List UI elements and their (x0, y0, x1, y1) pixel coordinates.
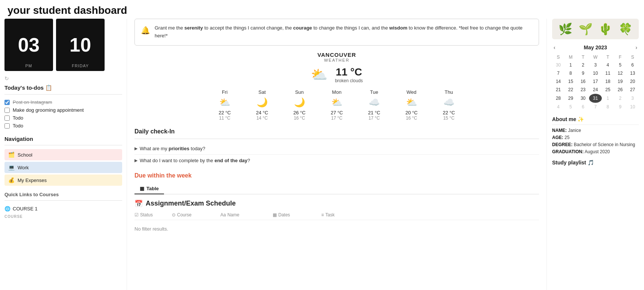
cal-day[interactable]: 30 (577, 94, 589, 103)
todo-item: Todo (4, 114, 122, 122)
about-me-section: About me ✨ NAME: JaniceAGE: 25DEGREE: Ba… (552, 116, 639, 154)
plant-3: 🍀 (619, 22, 632, 36)
checkin-text-1: What are my priorities today? (140, 146, 205, 151)
checkin-divider (134, 139, 539, 139)
checkin-arrow-1: ▶ (134, 146, 137, 151)
cal-day[interactable]: 20 (626, 77, 639, 86)
cal-day[interactable]: 3 (626, 94, 639, 103)
about-graduation: GRADUATION: August 2020 (552, 149, 639, 154)
nav-icon-expenses: 💰 (8, 177, 15, 183)
forecast-low: 11 °C (219, 115, 230, 121)
clock-period: PM (25, 64, 32, 68)
todo-item: Make dog grooming appointment (4, 106, 122, 114)
cal-day[interactable]: 28 (552, 94, 564, 103)
forecast-fri: Fri ⛅ 22 °C 11 °C (206, 89, 244, 121)
cal-day-header-T: T (602, 53, 614, 61)
cal-day[interactable]: 23 (577, 86, 589, 94)
nav-icon-work: 💻 (8, 164, 15, 170)
clock-minutes-value: 10 (69, 34, 91, 56)
cal-day[interactable]: 29 (564, 94, 577, 103)
cal-day[interactable]: 3 (589, 61, 601, 69)
cal-day[interactable]: 7 (552, 69, 564, 77)
cal-day[interactable]: 15 (564, 77, 577, 86)
cal-day[interactable]: 25 (602, 86, 614, 94)
cal-day[interactable]: 17 (589, 77, 601, 86)
cal-day[interactable]: 16 (577, 77, 589, 86)
forecast-high: 27 °C (331, 110, 343, 115)
todo-checkbox[interactable] (4, 123, 10, 129)
course-link-1[interactable]: 🌐COURSE 1 (4, 204, 122, 213)
cal-day[interactable]: 4 (602, 61, 614, 69)
tab-table[interactable]: ▦ Table (134, 183, 164, 194)
cal-day[interactable]: 7 (589, 103, 601, 111)
cal-day[interactable]: 10 (589, 69, 601, 77)
cal-day-header-W: W (589, 53, 601, 61)
navigation-section: 🗂️School💻Work💰My Expenses (4, 149, 122, 187)
todo-checkbox[interactable] (4, 100, 10, 105)
cal-day[interactable]: 19 (614, 77, 626, 86)
cal-day[interactable]: 30 (552, 61, 564, 69)
cal-day[interactable]: 4 (552, 103, 564, 111)
cal-day[interactable]: 2 (614, 94, 626, 103)
cal-day[interactable]: 31 (589, 94, 601, 103)
weather-current: ⛅ 11 °C broken clouds (134, 66, 539, 83)
schedule-header: 📅 Assignment/Exam Schedule (134, 200, 539, 208)
clock-minutes: 10 FRIDAY (56, 19, 105, 71)
cal-day[interactable]: 8 (564, 69, 577, 77)
checkin-item-2[interactable]: ▶ What do I want to complete by the end … (134, 154, 539, 166)
cal-day[interactable]: 14 (552, 77, 564, 86)
due-section: Due within the week ▦ Table 📅 Assignment… (134, 172, 539, 235)
cal-day-header-S: S (626, 53, 639, 61)
todo-item: Todo (4, 122, 122, 130)
nav-item-work[interactable]: 💻Work (4, 162, 122, 173)
nav-divider (4, 145, 122, 145)
cal-day[interactable]: 5 (564, 103, 577, 111)
forecast-high: 24 °C (256, 110, 268, 115)
cal-day[interactable]: 22 (564, 86, 577, 94)
tab-table-label: Table (146, 186, 159, 191)
cal-day[interactable]: 13 (626, 69, 639, 77)
cal-day[interactable]: 11 (602, 69, 614, 77)
todo-text: Todo (13, 123, 23, 129)
loading-indicator: ↻ (4, 75, 122, 81)
todo-checkbox[interactable] (4, 108, 10, 113)
forecast-sat: Sat 🌙 24 °C 14 °C (244, 89, 281, 121)
quick-links-divider (4, 200, 122, 201)
cal-day[interactable]: 27 (626, 86, 639, 94)
plant-1: 🌱 (579, 22, 592, 36)
nav-item-expenses[interactable]: 💰My Expenses (4, 175, 122, 186)
nav-item-school[interactable]: 🗂️School (4, 149, 122, 160)
cal-day[interactable]: 24 (589, 86, 601, 94)
forecast-low: 16 °C (294, 115, 305, 121)
calendar-next-button[interactable]: › (634, 44, 639, 50)
cal-day[interactable]: 18 (602, 77, 614, 86)
calendar-header: ‹ May 2023 › (552, 44, 639, 50)
cal-day[interactable]: 9 (614, 103, 626, 111)
cal-day[interactable]: 6 (626, 61, 639, 69)
forecast-high: 26 °C (293, 110, 306, 115)
checkin-arrow-2: ▶ (134, 158, 137, 163)
cal-day[interactable]: 26 (614, 86, 626, 94)
calendar-grid: SMTWTFS301234567891011121314151617181920… (552, 53, 639, 111)
col-dates-label: Dates (278, 212, 290, 218)
checkin-item-1[interactable]: ▶ What are my priorities today? (134, 143, 539, 154)
navigation-title: Navigation (4, 136, 122, 142)
cal-day[interactable]: 21 (552, 86, 564, 94)
cal-day[interactable]: 8 (602, 103, 614, 111)
cal-day[interactable]: 12 (614, 69, 626, 77)
col-dates: ▦ Dates (273, 212, 321, 218)
schedule-title: Assignment/Exam Schedule (146, 200, 236, 207)
cal-day[interactable]: 1 (602, 94, 614, 103)
cal-day[interactable]: 5 (614, 61, 626, 69)
cal-day[interactable]: 10 (626, 103, 639, 111)
todo-checkbox[interactable] (4, 115, 10, 121)
calendar-prev-button[interactable]: ‹ (552, 44, 557, 50)
forecast-icon: ⛅ (331, 97, 343, 108)
schedule-columns: ☑ Status ⊙ Course Aa Name ▦ Dates ≡ Ta (134, 212, 539, 220)
cal-day[interactable]: 6 (577, 103, 589, 111)
col-task-icon: ≡ (321, 212, 324, 218)
col-name: Aa Name (220, 212, 273, 218)
cal-day[interactable]: 9 (577, 69, 589, 77)
cal-day[interactable]: 1 (564, 61, 577, 69)
cal-day[interactable]: 2 (577, 61, 589, 69)
